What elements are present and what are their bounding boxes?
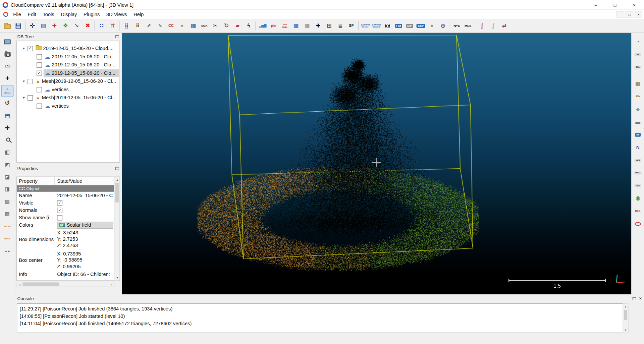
csv-export-button[interactable]: CSV xyxy=(415,20,426,32)
visibility-checkbox[interactable] xyxy=(37,87,42,92)
tree-item[interactable]: ✓2019-12-05_15-06-20 - Cloud.... xyxy=(17,44,119,52)
normal-dip-button[interactable]: N xyxy=(632,142,643,153)
maximize-button[interactable] xyxy=(605,0,625,10)
menu-file[interactable]: File xyxy=(10,10,24,19)
show-histogram-button[interactable]: ▂▅▇ xyxy=(257,20,268,32)
poisson-reconstruction-button[interactable]: ◉ xyxy=(632,193,643,204)
facet-map-button[interactable]: FM xyxy=(393,20,404,32)
tree-item[interactable]: ▲Mesh[2019-12-05_15-06-20 - Cl... xyxy=(17,77,119,85)
align-button[interactable]: ⇈ xyxy=(107,20,118,32)
pan-button[interactable]: ✚ xyxy=(2,122,13,133)
menu-edit[interactable]: Edit xyxy=(24,10,40,19)
dip-button[interactable]: DIP xyxy=(404,20,415,32)
close-button[interactable] xyxy=(625,0,644,10)
visibility-checkbox[interactable] xyxy=(37,103,42,109)
merge-button[interactable]: ✚ xyxy=(49,20,60,32)
spline-fit-button[interactable]: ∫ xyxy=(476,20,487,32)
display-settings-button[interactable] xyxy=(2,36,13,47)
colorimetric-segmenter-button[interactable]: COL xyxy=(632,62,643,73)
stereo-glasses-button[interactable] xyxy=(2,245,13,256)
export-coords-button[interactable]: ⇄ xyxy=(499,20,510,32)
tree-item[interactable]: ☁2019-12-05_15-06-20 - Clo... xyxy=(17,53,119,61)
sf-arithmetic-button[interactable]: SF xyxy=(346,20,357,32)
rasterize-button[interactable]: ▦ xyxy=(290,20,302,32)
minimize-button[interactable] xyxy=(586,0,605,10)
mls-smoothing-button[interactable]: MLS xyxy=(463,20,474,32)
tree-item[interactable]: ☁2019-12-05_15-06-20 - Clo... xyxy=(17,61,119,69)
view-right-button[interactable]: ▧ xyxy=(2,196,13,207)
tree-item[interactable]: ✓☁2019-12-05_15-06-20 - Clo... xyxy=(17,69,119,77)
close-panel-icon[interactable] xyxy=(639,297,642,300)
colors-dropdown[interactable]: SFScalar field xyxy=(57,222,113,229)
sor-filter-button[interactable]: SOR xyxy=(199,20,210,32)
console-scrollbar[interactable] xyxy=(623,303,628,333)
menu-tools[interactable]: Tools xyxy=(40,10,58,19)
float-panel-icon[interactable] xyxy=(633,297,636,300)
noise-filter-button[interactable]: ⇗ xyxy=(143,20,154,32)
menu-help[interactable]: Help xyxy=(130,10,147,19)
globe-button[interactable]: ⊕ xyxy=(437,20,448,32)
zoom-1-1-button[interactable]: 1:1 xyxy=(2,61,13,72)
expand-arrow-icon[interactable] xyxy=(22,79,26,83)
tree-item[interactable]: ☁vertices xyxy=(17,85,119,94)
3d-viewport[interactable]: 1.5 xyxy=(122,33,631,294)
m3c2-button[interactable]: M3C2 xyxy=(632,168,643,179)
sphere-button[interactable]: ● xyxy=(426,20,437,32)
zoom-fit-button[interactable]: + xyxy=(2,73,13,84)
normals-curvature-button[interactable]: N+C xyxy=(451,20,463,32)
back-view-label-button[interactable]: BACK xyxy=(2,233,13,244)
mdi-minimize-button[interactable] xyxy=(616,11,624,18)
sf-table-button[interactable]: ≣ xyxy=(335,20,346,32)
mdi-restore-button[interactable] xyxy=(626,11,633,18)
pcv-button[interactable]: PCV xyxy=(632,180,643,191)
view-left-button[interactable]: ◪ xyxy=(2,172,13,183)
clipping-box-button[interactable]: ▰ xyxy=(232,20,243,32)
view-back-button[interactable]: ◨ xyxy=(2,184,13,195)
cloud-cloud-distance-button[interactable]: CC xyxy=(165,20,176,32)
properties-vertical-scrollbar[interactable] xyxy=(114,177,119,281)
view-bottom-button[interactable]: ▨ xyxy=(2,209,13,220)
visibility-checkbox[interactable]: ✓ xyxy=(28,46,33,51)
scrollbar-thumb[interactable] xyxy=(22,282,59,286)
interpolate-sf-button[interactable]: ⊞ xyxy=(324,20,335,32)
menu-plugins[interactable]: Plugins xyxy=(80,10,103,19)
property-checkbox[interactable]: ✓ xyxy=(57,208,62,213)
pick-rotation-center-button[interactable]: ↺ xyxy=(2,98,13,109)
scroll-left-icon[interactable] xyxy=(17,282,22,287)
octree-button[interactable]: ⠿ xyxy=(132,20,143,32)
sf-interpolation-button[interactable]: SF xyxy=(632,129,643,140)
visibility-checkbox[interactable] xyxy=(37,54,42,59)
zoom-magnifier-button[interactable] xyxy=(2,135,13,146)
canupo-classify-button[interactable]: CANUPO Classify xyxy=(371,20,382,32)
density-button[interactable]: ● xyxy=(177,20,188,32)
trace-polyline-button[interactable]: ϟ xyxy=(243,20,254,32)
scroll-up-icon[interactable] xyxy=(115,177,120,182)
delete-button[interactable]: ✖ xyxy=(82,20,93,32)
canupo-create-button[interactable]: CANUPO Create xyxy=(360,20,371,32)
screenshot-camera-button[interactable] xyxy=(2,48,13,59)
auto-pick-center-button[interactable]: ✛ auto xyxy=(2,85,13,97)
scroll-down-icon[interactable] xyxy=(115,275,120,280)
expand-arrow-icon[interactable] xyxy=(22,46,26,50)
menu-display[interactable]: Display xyxy=(57,10,80,19)
property-checkbox[interactable]: ✓ xyxy=(57,200,62,206)
compass-button[interactable]: ▦ xyxy=(632,78,643,90)
kd-tree-button[interactable]: Kd xyxy=(382,20,393,32)
tree-item[interactable]: ▲Mesh[2019-12-05_15-06-20 - Cl... xyxy=(17,94,119,102)
ransac-detect-button[interactable]: R&D xyxy=(632,206,643,217)
view-front-button[interactable]: ◩ xyxy=(2,159,13,170)
subsample-button[interactable]: ⣿ xyxy=(121,20,132,32)
visibility-checkbox[interactable] xyxy=(28,78,33,84)
clone-button[interactable]: ▤ xyxy=(38,20,49,32)
scroll-up-icon[interactable] xyxy=(623,304,629,309)
curvature-plot-button[interactable]: plot xyxy=(268,20,279,32)
facets-extract-button[interactable]: ◆ xyxy=(632,104,643,115)
segment-scissors-button[interactable]: ✂ xyxy=(210,20,221,32)
apply-transformation-button[interactable]: ✛ xyxy=(27,20,38,32)
visibility-checkbox[interactable] xyxy=(28,95,33,100)
menu-3d-views[interactable]: 3D Views xyxy=(103,10,130,19)
add-constant-sf-button[interactable]: ✚ xyxy=(313,20,324,32)
view-top-button[interactable]: ◧ xyxy=(2,147,13,158)
register-button[interactable]: ∷ xyxy=(96,20,107,32)
expand-arrow-icon[interactable] xyxy=(22,96,26,100)
